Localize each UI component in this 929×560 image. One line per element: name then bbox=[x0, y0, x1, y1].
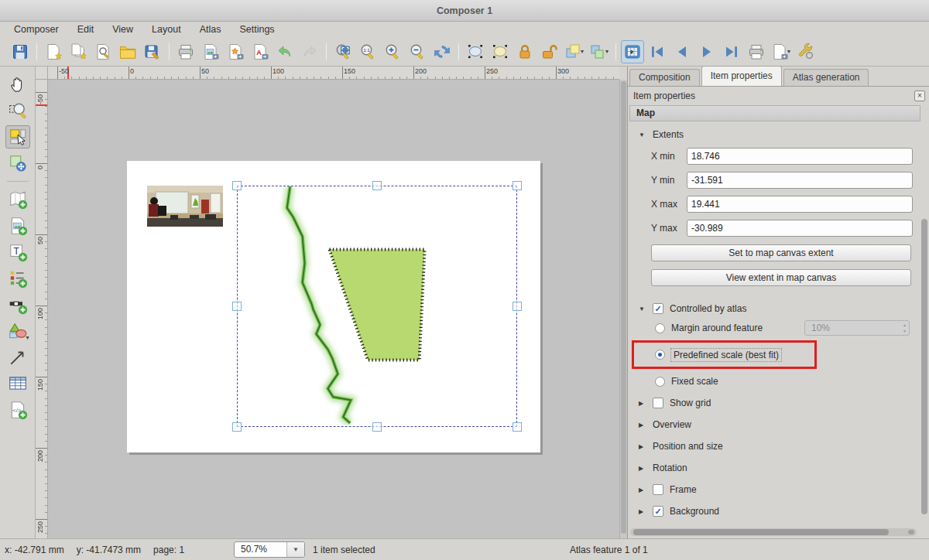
radio-fixed-scale[interactable] bbox=[655, 377, 665, 387]
panel-vertical-scrollbar[interactable] bbox=[920, 122, 928, 528]
undo-button[interactable] bbox=[273, 40, 297, 63]
zoom-in-button[interactable] bbox=[381, 40, 404, 63]
resize-handle-top-middle[interactable] bbox=[372, 181, 382, 190]
zoom-tool-button[interactable] bbox=[5, 99, 30, 122]
export-as-pdf-button[interactable]: A bbox=[249, 40, 272, 63]
y-min-input[interactable] bbox=[687, 172, 913, 189]
add-shape-dropdown-arrow[interactable]: ▾ bbox=[26, 334, 29, 341]
save-project-button[interactable] bbox=[9, 40, 32, 63]
menu-composer[interactable]: Composer bbox=[5, 24, 68, 35]
add-attribute-table-button[interactable] bbox=[5, 372, 30, 395]
add-new-map-button[interactable] bbox=[5, 188, 30, 211]
section-rotation[interactable]: ▶Rotation bbox=[639, 460, 920, 476]
canvas-scrollbar-handle[interactable] bbox=[621, 81, 626, 534]
raise-selected-items-dropdown-arrow[interactable]: ▾ bbox=[581, 48, 584, 55]
radio-margin-around-feature[interactable] bbox=[655, 323, 665, 333]
y-max-input[interactable] bbox=[687, 220, 913, 237]
duplicate-composer-button[interactable] bbox=[67, 40, 90, 63]
add-arrow-button[interactable] bbox=[5, 346, 30, 369]
controlled-by-atlas-header[interactable]: ▼ ✓ Controlled by atlas bbox=[639, 302, 920, 316]
tab-composition[interactable]: Composition bbox=[629, 69, 700, 86]
add-shape-button[interactable]: ▾ bbox=[5, 319, 30, 343]
lock-selected-items-button[interactable] bbox=[513, 40, 536, 63]
zoom-out-button[interactable] bbox=[406, 40, 429, 63]
export-as-svg-button[interactable] bbox=[224, 40, 247, 63]
section-position-and-size[interactable]: ▶Position and size bbox=[639, 439, 920, 454]
print-atlas-button[interactable] bbox=[745, 40, 768, 63]
resize-handle-middle-left[interactable] bbox=[232, 302, 242, 311]
spinner-arrows-icon[interactable]: ▴▾ bbox=[903, 322, 906, 334]
checkbox-show-grid[interactable] bbox=[653, 398, 663, 408]
panel-hscroll-nub[interactable] bbox=[908, 530, 914, 534]
add-html-frame-button[interactable]: </> bbox=[5, 398, 30, 422]
atlas-next-feature-button[interactable] bbox=[695, 40, 718, 63]
open-template-button[interactable] bbox=[116, 40, 139, 63]
panel-horizontal-scrollbar[interactable] bbox=[630, 528, 917, 536]
export-as-image-button[interactable] bbox=[199, 40, 222, 63]
export-atlas-button[interactable]: ▾ bbox=[770, 40, 793, 63]
print-button[interactable] bbox=[174, 40, 197, 63]
zoom-full-button[interactable] bbox=[331, 40, 355, 63]
resize-handle-bottom-middle[interactable] bbox=[372, 422, 382, 432]
margin-spinbox[interactable]: 10%▴▾ bbox=[804, 320, 910, 336]
atlas-settings-button[interactable] bbox=[794, 40, 818, 63]
add-new-label-button[interactable]: T bbox=[5, 241, 30, 264]
select-move-item-tool-button[interactable] bbox=[5, 125, 30, 149]
resize-handle-bottom-right[interactable] bbox=[512, 422, 522, 432]
resize-handle-top-right[interactable] bbox=[512, 181, 522, 190]
canvas-vertical-scrollbar[interactable] bbox=[619, 80, 627, 538]
set-to-map-canvas-extent-button[interactable]: Set to map canvas extent bbox=[651, 244, 911, 261]
panel-vscroll-handle[interactable] bbox=[921, 219, 927, 514]
section-overview[interactable]: ▶Overview bbox=[639, 417, 920, 432]
section-show-grid[interactable]: ▶Show grid bbox=[639, 395, 920, 411]
raise-selected-items-button[interactable]: ▾ bbox=[563, 40, 586, 63]
section-background[interactable]: ▶✓Background bbox=[639, 504, 920, 519]
checkbox-background[interactable]: ✓ bbox=[653, 506, 663, 517]
extents-section-header[interactable]: ▼ Extents bbox=[639, 128, 920, 141]
menu-layout[interactable]: Layout bbox=[142, 24, 190, 35]
atlas-previous-feature-button[interactable] bbox=[670, 40, 694, 63]
x-min-input[interactable] bbox=[687, 148, 913, 165]
atlas-preview-button[interactable] bbox=[621, 40, 644, 63]
export-atlas-dropdown-arrow[interactable]: ▾ bbox=[787, 48, 790, 55]
tab-atlas-generation[interactable]: Atlas generation bbox=[783, 69, 869, 86]
select-move-item-button[interactable] bbox=[464, 40, 487, 63]
menu-view[interactable]: View bbox=[103, 24, 142, 35]
unlock-all-items-button[interactable] bbox=[538, 40, 561, 63]
resize-handle-top-left[interactable] bbox=[232, 181, 242, 190]
add-new-legend-button[interactable] bbox=[5, 267, 30, 290]
radio-predefined-scale-best-fit[interactable] bbox=[655, 350, 665, 360]
picture-item[interactable] bbox=[147, 186, 223, 227]
map-item-selected[interactable] bbox=[237, 186, 517, 427]
menu-atlas[interactable]: Atlas bbox=[190, 24, 231, 35]
zoom-actual-size-button[interactable]: 1:1 bbox=[356, 40, 379, 63]
save-as-template-button[interactable] bbox=[141, 40, 164, 63]
panel-close-icon[interactable]: × bbox=[914, 90, 925, 101]
align-selected-items-button[interactable]: ▾ bbox=[588, 40, 611, 63]
tab-item-properties[interactable]: Item properties bbox=[701, 66, 782, 86]
redo-button[interactable] bbox=[298, 40, 321, 63]
controlled-by-atlas-checkbox[interactable]: ✓ bbox=[653, 303, 663, 314]
new-composer-button[interactable] bbox=[42, 40, 65, 63]
checkbox-frame[interactable] bbox=[653, 484, 663, 495]
atlas-first-feature-button[interactable] bbox=[646, 40, 669, 63]
zoom-level-combo[interactable]: 50.7% ▼ bbox=[234, 541, 305, 558]
align-selected-items-dropdown-arrow[interactable]: ▾ bbox=[605, 48, 608, 55]
menu-edit[interactable]: Edit bbox=[68, 24, 104, 35]
add-new-scalebar-button[interactable] bbox=[5, 293, 30, 316]
chevron-down-icon[interactable]: ▼ bbox=[286, 542, 304, 557]
add-image-button[interactable] bbox=[5, 214, 30, 237]
resize-handle-bottom-left[interactable] bbox=[232, 422, 242, 432]
menu-settings[interactable]: Settings bbox=[230, 24, 283, 35]
panel-hscroll-handle[interactable] bbox=[633, 529, 889, 535]
section-frame[interactable]: ▶Frame bbox=[639, 482, 920, 497]
pan-tool-button[interactable] bbox=[5, 73, 30, 96]
resize-handle-middle-right[interactable] bbox=[512, 302, 522, 311]
atlas-last-feature-button[interactable] bbox=[720, 40, 743, 63]
composer-manager-button[interactable] bbox=[91, 40, 115, 63]
move-item-content-button[interactable] bbox=[488, 40, 512, 63]
x-max-input[interactable] bbox=[687, 196, 913, 213]
move-item-content-tool-button[interactable] bbox=[5, 152, 30, 175]
view-extent-in-map-canvas-button[interactable]: View extent in map canvas bbox=[651, 269, 911, 286]
refresh-view-button[interactable] bbox=[430, 40, 454, 63]
